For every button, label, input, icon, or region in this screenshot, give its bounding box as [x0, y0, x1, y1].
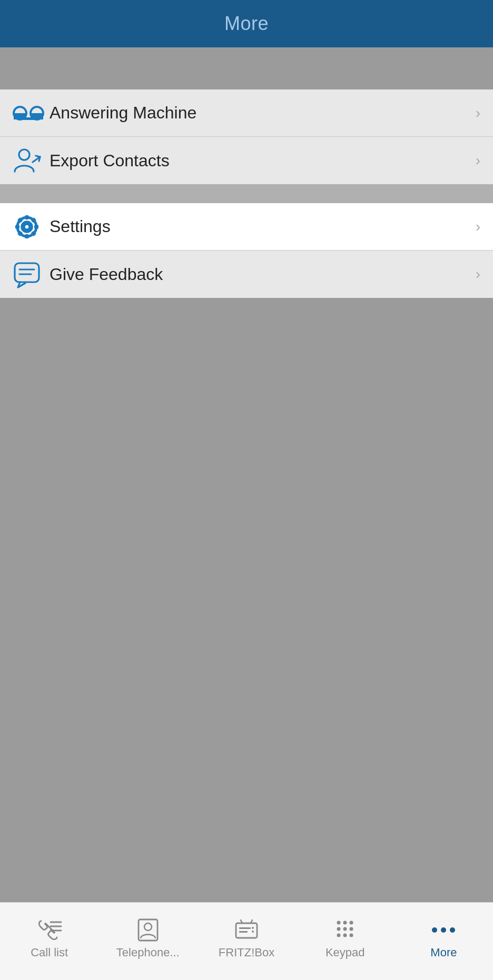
svg-point-47	[441, 927, 446, 933]
feedback-icon	[13, 260, 50, 288]
svg-rect-22	[15, 263, 39, 282]
answering-machine-item[interactable]: Answering Machine ›	[0, 89, 493, 137]
page-title: More	[224, 13, 269, 35]
fritzbox-icon	[233, 918, 260, 942]
svg-point-46	[432, 927, 437, 933]
export-contacts-item[interactable]: Export Contacts ›	[0, 137, 493, 184]
tab-fritzbox[interactable]: FRITZ!Box	[197, 903, 295, 975]
svg-point-34	[252, 931, 254, 933]
tab-more[interactable]: More	[395, 903, 493, 975]
tab-telephone[interactable]: Telephone...	[98, 903, 197, 975]
svg-point-33	[252, 927, 254, 929]
tab-keypad-label: Keypad	[326, 946, 365, 959]
voicemail-icon	[13, 103, 50, 124]
page-header: More	[0, 0, 493, 47]
gear-icon	[13, 213, 50, 241]
svg-point-37	[337, 921, 341, 924]
svg-point-20	[17, 217, 36, 236]
call-list-icon	[36, 918, 63, 942]
svg-rect-32	[239, 931, 248, 933]
svg-rect-31	[239, 927, 251, 929]
telephone-icon	[135, 918, 161, 942]
settings-chevron: ›	[476, 218, 480, 235]
svg-point-29	[144, 923, 152, 931]
settings-item[interactable]: Settings ›	[0, 203, 493, 251]
answering-machine-label: Answering Machine	[50, 103, 476, 123]
svg-point-11	[24, 224, 29, 229]
svg-point-48	[450, 927, 455, 933]
svg-point-40	[337, 927, 341, 931]
tab-fritzbox-label: FRITZ!Box	[219, 946, 274, 959]
svg-point-43	[337, 933, 341, 937]
settings-label: Settings	[50, 217, 476, 236]
more-icon	[430, 918, 457, 942]
give-feedback-chevron: ›	[476, 266, 480, 283]
menu-section-1: Answering Machine › Export Contacts ›	[0, 89, 493, 184]
tab-keypad[interactable]: Keypad	[296, 903, 395, 975]
give-feedback-label: Give Feedback	[50, 265, 476, 284]
content-area	[0, 298, 493, 902]
svg-point-41	[343, 927, 347, 931]
tab-bar: Call list Telephone...	[0, 902, 493, 980]
give-feedback-item[interactable]: Give Feedback ›	[0, 251, 493, 298]
tab-more-label: More	[430, 946, 457, 959]
menu-section-2: Settings › Give Feedback ›	[0, 203, 493, 298]
top-spacer	[0, 47, 493, 89]
tab-telephone-label: Telephone...	[116, 946, 180, 959]
svg-rect-30	[236, 923, 257, 938]
export-contacts-chevron: ›	[476, 152, 480, 169]
answering-machine-chevron: ›	[476, 105, 480, 122]
svg-point-42	[350, 927, 353, 931]
tab-call-list[interactable]: Call list	[0, 903, 98, 975]
export-contacts-icon	[13, 146, 50, 175]
svg-point-44	[343, 933, 347, 937]
keypad-icon	[332, 918, 358, 942]
export-contacts-label: Export Contacts	[50, 151, 476, 171]
section-separator	[0, 184, 493, 203]
svg-rect-7	[20, 117, 37, 120]
svg-point-38	[343, 921, 347, 924]
svg-point-39	[350, 921, 353, 924]
tab-call-list-label: Call list	[31, 946, 68, 959]
svg-point-45	[350, 933, 353, 937]
svg-point-8	[19, 149, 29, 160]
